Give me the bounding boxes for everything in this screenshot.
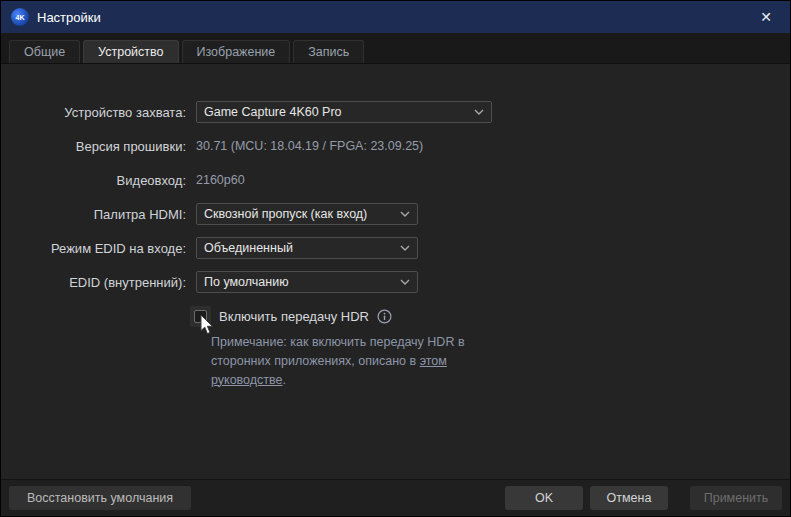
hdr-toggle-label: Включить передачу HDR (219, 309, 369, 324)
capture-device-row: Устройство захвата: Game Capture 4K60 Pr… (1, 101, 790, 123)
edid-mode-select[interactable]: Объединенный (196, 237, 418, 259)
close-icon[interactable]: ✕ (752, 8, 780, 26)
firmware-row: Версия прошивки: 30.71 (MCU: 18.04.19 / … (1, 135, 790, 157)
edid-internal-select[interactable]: По умолчанию (196, 271, 418, 293)
chevron-down-icon (474, 109, 484, 115)
app-logo-icon: 4K (11, 8, 29, 26)
restore-defaults-button[interactable]: Восстановить умолчания (9, 486, 191, 510)
tab-recording[interactable]: Запись (293, 40, 364, 63)
edid-mode-value: Объединенный (204, 241, 293, 255)
device-settings-panel: Устройство захвата: Game Capture 4K60 Pr… (1, 64, 790, 389)
chevron-down-icon (400, 279, 410, 285)
chevron-down-icon (400, 245, 410, 251)
edid-mode-row: Режим EDID на входе: Объединенный (1, 237, 790, 259)
edid-internal-value: По умолчанию (204, 275, 289, 289)
hdr-note-period: . (283, 373, 286, 387)
hdmi-palette-row: Палитра HDMI: Сквозной пропуск (как вход… (1, 203, 790, 225)
capture-device-value: Game Capture 4K60 Pro (204, 105, 342, 119)
capture-device-label: Устройство захвата: (1, 105, 186, 120)
tab-bar: Общие Устройство Изображение Запись (1, 33, 790, 64)
hdmi-palette-select[interactable]: Сквозной пропуск (как вход) (196, 203, 418, 225)
video-input-value: 2160p60 (196, 173, 245, 187)
capture-device-select[interactable]: Game Capture 4K60 Pro (196, 101, 492, 123)
ok-button[interactable]: OK (505, 486, 583, 510)
cancel-button[interactable]: Отмена (590, 486, 668, 510)
settings-window: 4K Настройки ✕ Общие Устройство Изображе… (0, 0, 791, 517)
hdr-checkbox-hover (190, 306, 211, 327)
apply-button[interactable]: Применить (690, 486, 782, 510)
tab-general[interactable]: Общие (9, 40, 80, 63)
edid-internal-label: EDID (внутренний): (1, 275, 186, 290)
tab-device[interactable]: Устройство (83, 40, 178, 63)
firmware-value: 30.71 (MCU: 18.04.19 / FPGA: 23.09.25) (196, 139, 423, 153)
edid-mode-label: Режим EDID на входе: (1, 241, 186, 256)
hdmi-palette-value: Сквозной пропуск (как вход) (204, 207, 367, 221)
chevron-down-icon (400, 211, 410, 217)
video-input-row: Видеовход: 2160p60 (1, 169, 790, 191)
hdmi-palette-label: Палитра HDMI: (1, 207, 186, 222)
info-icon[interactable] (377, 309, 392, 324)
titlebar[interactable]: 4K Настройки ✕ (1, 1, 790, 33)
hdr-note: Примечание: как включить передачу HDR в … (211, 333, 471, 389)
app-logo-text: 4K (16, 14, 25, 21)
footer-bar: Восстановить умолчания OK Отмена Примени… (1, 479, 790, 516)
hdr-checkbox[interactable] (194, 310, 207, 323)
window-title: Настройки (37, 10, 101, 25)
video-input-label: Видеовход: (1, 173, 186, 188)
tab-image[interactable]: Изображение (182, 40, 291, 63)
hdr-toggle-row: Включить передачу HDR (190, 305, 790, 327)
firmware-label: Версия прошивки: (1, 139, 186, 154)
edid-internal-row: EDID (внутренний): По умолчанию (1, 271, 790, 293)
